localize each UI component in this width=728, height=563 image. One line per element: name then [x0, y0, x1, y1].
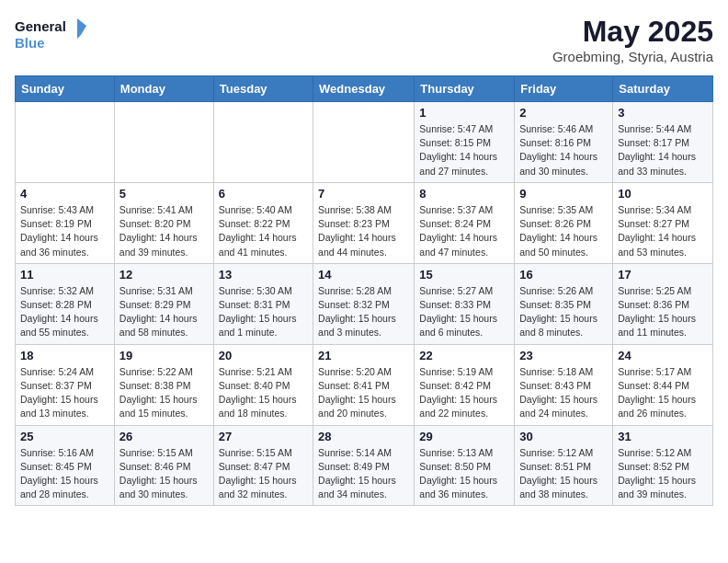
svg-text:Blue: Blue [15, 35, 45, 51]
day-info: Sunrise: 5:37 AM Sunset: 8:24 PM Dayligh… [419, 203, 509, 259]
weekday-header-sunday: Sunday [16, 76, 115, 102]
day-info: Sunrise: 5:15 AM Sunset: 8:47 PM Dayligh… [219, 446, 308, 502]
day-info: Sunrise: 5:25 AM Sunset: 8:36 PM Dayligh… [618, 284, 708, 340]
calendar-cell: 26Sunrise: 5:15 AM Sunset: 8:46 PM Dayli… [114, 425, 213, 506]
day-info: Sunrise: 5:44 AM Sunset: 8:17 PM Dayligh… [618, 122, 708, 178]
day-number: 22 [419, 349, 509, 362]
calendar-cell: 19Sunrise: 5:22 AM Sunset: 8:38 PM Dayli… [114, 344, 213, 425]
day-number: 1 [419, 106, 509, 120]
weekday-header-tuesday: Tuesday [213, 76, 313, 102]
day-number: 2 [519, 106, 608, 120]
day-info: Sunrise: 5:30 AM Sunset: 8:31 PM Dayligh… [219, 284, 308, 340]
day-info: Sunrise: 5:47 AM Sunset: 8:15 PM Dayligh… [419, 122, 509, 178]
calendar-cell: 22Sunrise: 5:19 AM Sunset: 8:42 PM Dayli… [415, 344, 515, 425]
day-number: 17 [618, 268, 708, 282]
calendar-cell: 5Sunrise: 5:41 AM Sunset: 8:20 PM Daylig… [114, 182, 213, 263]
calendar-cell [16, 102, 115, 183]
day-number: 14 [318, 268, 409, 282]
calendar-cell: 3Sunrise: 5:44 AM Sunset: 8:17 PM Daylig… [613, 102, 713, 183]
calendar-cell: 11Sunrise: 5:32 AM Sunset: 8:28 PM Dayli… [16, 263, 115, 344]
calendar-cell: 28Sunrise: 5:14 AM Sunset: 8:49 PM Dayli… [313, 425, 415, 506]
day-number: 19 [119, 349, 209, 362]
day-number: 20 [219, 349, 308, 362]
day-info: Sunrise: 5:41 AM Sunset: 8:20 PM Dayligh… [119, 203, 209, 259]
day-info: Sunrise: 5:12 AM Sunset: 8:52 PM Dayligh… [618, 446, 708, 502]
day-info: Sunrise: 5:26 AM Sunset: 8:35 PM Dayligh… [519, 284, 608, 340]
day-info: Sunrise: 5:14 AM Sunset: 8:49 PM Dayligh… [318, 446, 409, 502]
day-info: Sunrise: 5:22 AM Sunset: 8:38 PM Dayligh… [119, 365, 209, 421]
calendar-cell: 16Sunrise: 5:26 AM Sunset: 8:35 PM Dayli… [515, 263, 613, 344]
calendar-cell: 8Sunrise: 5:37 AM Sunset: 8:24 PM Daylig… [415, 182, 515, 263]
day-info: Sunrise: 5:40 AM Sunset: 8:22 PM Dayligh… [219, 203, 308, 259]
calendar-cell: 27Sunrise: 5:15 AM Sunset: 8:47 PM Dayli… [213, 425, 313, 506]
svg-marker-2 [77, 18, 86, 39]
calendar-cell: 29Sunrise: 5:13 AM Sunset: 8:50 PM Dayli… [415, 425, 515, 506]
day-info: Sunrise: 5:46 AM Sunset: 8:16 PM Dayligh… [519, 122, 608, 178]
day-info: Sunrise: 5:31 AM Sunset: 8:29 PM Dayligh… [119, 284, 209, 340]
location: Groebming, Styria, Austria [552, 49, 713, 64]
day-number: 10 [618, 187, 708, 201]
day-info: Sunrise: 5:28 AM Sunset: 8:32 PM Dayligh… [318, 284, 409, 340]
calendar-cell: 12Sunrise: 5:31 AM Sunset: 8:29 PM Dayli… [114, 263, 213, 344]
calendar-cell: 4Sunrise: 5:43 AM Sunset: 8:19 PM Daylig… [16, 182, 115, 263]
calendar-table: SundayMondayTuesdayWednesdayThursdayFrid… [15, 75, 713, 506]
day-info: Sunrise: 5:12 AM Sunset: 8:51 PM Dayligh… [519, 446, 608, 502]
day-number: 24 [618, 349, 708, 362]
page-header: General Blue May 2025 Groebming, Styria,… [15, 15, 713, 64]
svg-text:General: General [15, 18, 66, 34]
day-number: 6 [219, 187, 308, 201]
calendar-cell: 2Sunrise: 5:46 AM Sunset: 8:16 PM Daylig… [515, 102, 613, 183]
day-number: 3 [618, 106, 708, 120]
calendar-cell [213, 102, 313, 183]
calendar-cell: 7Sunrise: 5:38 AM Sunset: 8:23 PM Daylig… [313, 182, 415, 263]
day-number: 16 [519, 268, 608, 282]
day-info: Sunrise: 5:19 AM Sunset: 8:42 PM Dayligh… [419, 365, 509, 421]
weekday-header-wednesday: Wednesday [313, 76, 415, 102]
calendar-cell: 23Sunrise: 5:18 AM Sunset: 8:43 PM Dayli… [515, 344, 613, 425]
day-number: 21 [318, 349, 409, 362]
day-number: 8 [419, 187, 509, 201]
calendar-cell [114, 102, 213, 183]
calendar-cell: 15Sunrise: 5:27 AM Sunset: 8:33 PM Dayli… [415, 263, 515, 344]
day-number: 27 [219, 430, 308, 443]
day-info: Sunrise: 5:21 AM Sunset: 8:40 PM Dayligh… [219, 365, 308, 421]
day-info: Sunrise: 5:16 AM Sunset: 8:45 PM Dayligh… [20, 446, 109, 502]
day-info: Sunrise: 5:13 AM Sunset: 8:50 PM Dayligh… [419, 446, 509, 502]
day-info: Sunrise: 5:35 AM Sunset: 8:26 PM Dayligh… [519, 203, 608, 259]
day-info: Sunrise: 5:18 AM Sunset: 8:43 PM Dayligh… [519, 365, 608, 421]
logo: General Blue [15, 15, 88, 55]
calendar-cell: 18Sunrise: 5:24 AM Sunset: 8:37 PM Dayli… [16, 344, 115, 425]
day-number: 30 [519, 430, 608, 443]
calendar-cell: 24Sunrise: 5:17 AM Sunset: 8:44 PM Dayli… [613, 344, 713, 425]
day-number: 4 [20, 187, 109, 201]
day-number: 15 [419, 268, 509, 282]
calendar-cell: 14Sunrise: 5:28 AM Sunset: 8:32 PM Dayli… [313, 263, 415, 344]
day-info: Sunrise: 5:15 AM Sunset: 8:46 PM Dayligh… [119, 446, 209, 502]
title-block: May 2025 Groebming, Styria, Austria [552, 15, 713, 64]
day-info: Sunrise: 5:43 AM Sunset: 8:19 PM Dayligh… [20, 203, 109, 259]
day-info: Sunrise: 5:17 AM Sunset: 8:44 PM Dayligh… [618, 365, 708, 421]
calendar-cell [313, 102, 415, 183]
day-number: 5 [119, 187, 209, 201]
calendar-cell: 1Sunrise: 5:47 AM Sunset: 8:15 PM Daylig… [415, 102, 515, 183]
day-info: Sunrise: 5:32 AM Sunset: 8:28 PM Dayligh… [20, 284, 109, 340]
calendar-cell: 17Sunrise: 5:25 AM Sunset: 8:36 PM Dayli… [613, 263, 713, 344]
weekday-header-friday: Friday [515, 76, 613, 102]
calendar-cell: 13Sunrise: 5:30 AM Sunset: 8:31 PM Dayli… [213, 263, 313, 344]
weekday-header-saturday: Saturday [613, 76, 713, 102]
calendar-cell: 6Sunrise: 5:40 AM Sunset: 8:22 PM Daylig… [213, 182, 313, 263]
day-number: 26 [119, 430, 209, 443]
day-info: Sunrise: 5:34 AM Sunset: 8:27 PM Dayligh… [618, 203, 708, 259]
day-number: 25 [20, 430, 109, 443]
day-info: Sunrise: 5:24 AM Sunset: 8:37 PM Dayligh… [20, 365, 109, 421]
day-number: 18 [20, 349, 109, 362]
day-number: 29 [419, 430, 509, 443]
calendar-cell: 9Sunrise: 5:35 AM Sunset: 8:26 PM Daylig… [515, 182, 613, 263]
day-number: 13 [219, 268, 308, 282]
day-number: 11 [20, 268, 109, 282]
day-info: Sunrise: 5:20 AM Sunset: 8:41 PM Dayligh… [318, 365, 409, 421]
day-number: 9 [519, 187, 608, 201]
logo-svg: General Blue [15, 15, 88, 55]
calendar-cell: 10Sunrise: 5:34 AM Sunset: 8:27 PM Dayli… [613, 182, 713, 263]
weekday-header-monday: Monday [114, 76, 213, 102]
